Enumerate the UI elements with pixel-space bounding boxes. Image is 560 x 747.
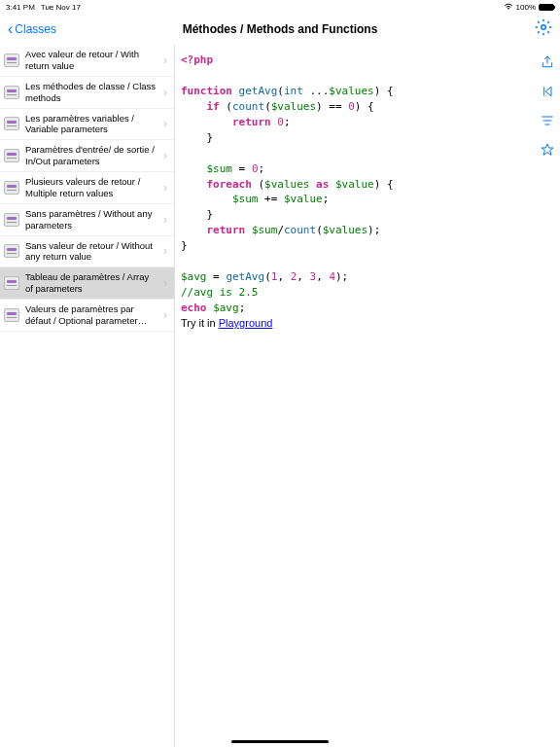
code-number: 0 — [277, 116, 284, 128]
sidebar-item-label: Plusieurs valeurs de retour / Multiple r… — [25, 176, 158, 199]
code-function: count — [232, 100, 264, 113]
chevron-right-icon: › — [163, 276, 167, 290]
code-var: $values — [323, 224, 368, 236]
code-keyword: return — [232, 116, 271, 128]
code-keyword: as — [316, 178, 329, 191]
settings-button[interactable] — [535, 22, 552, 39]
sidebar-item[interactable]: Sans valeur de retour / Without any retu… — [0, 236, 174, 268]
sidebar-item-label: Avec valeur de retour / With return valu… — [25, 49, 158, 72]
chevron-right-icon: › — [163, 117, 167, 130]
code-keyword: foreach — [207, 178, 252, 191]
code-keyword: function — [181, 85, 232, 97]
document-icon — [4, 308, 19, 322]
back-label: Classes — [15, 22, 56, 36]
code-var: $values — [264, 178, 309, 191]
sidebar-item-label: Les méthodes de classe / Class methods — [25, 81, 158, 104]
sidebar-item-label: Sans valeur de retour / Without any retu… — [25, 240, 158, 264]
battery-percent: 100% — [516, 3, 536, 12]
document-icon — [4, 53, 19, 67]
sidebar-item[interactable]: Tableau de paramètres / Array of paramet… — [0, 267, 174, 300]
chevron-right-icon: › — [163, 181, 167, 195]
chevron-right-icon: › — [163, 149, 167, 162]
chevron-right-icon: › — [163, 213, 167, 227]
sidebar-item[interactable]: Valeurs de paramètres par défaut / Optio… — [0, 300, 174, 332]
document-icon — [4, 244, 19, 258]
code-var: $sum — [252, 224, 278, 236]
sidebar-item[interactable]: Avec valeur de retour / With return valu… — [0, 45, 174, 77]
chevron-left-icon: ‹ — [8, 21, 13, 37]
code-comment: //avg is 2.5 — [181, 286, 258, 299]
code-number: 2 — [291, 270, 298, 283]
document-icon — [4, 213, 19, 227]
page-title: Méthodes / Methods and Functions — [183, 22, 378, 36]
skip-start-button[interactable] — [540, 84, 555, 99]
wifi-icon — [504, 2, 513, 12]
code-number: 4 — [329, 270, 335, 283]
sort-button[interactable] — [540, 113, 555, 128]
sidebar-item[interactable]: Les paramètres variables / Variable para… — [0, 109, 174, 141]
code-var: $sum — [207, 162, 233, 175]
sidebar-item-label: Les paramètres variables / Variable para… — [25, 113, 158, 136]
code-type: int — [284, 85, 303, 97]
document-icon — [4, 276, 19, 290]
sidebar-item-label: Sans paramètres / Without any parameters — [25, 208, 158, 231]
chevron-right-icon: › — [163, 244, 167, 258]
sidebar-item-label: Paramètres d'entrée/ de sortie / In/Out … — [25, 144, 158, 167]
code-function: count — [284, 224, 316, 236]
code-number: 1 — [271, 270, 278, 283]
code-function-name: getAvg — [226, 270, 264, 283]
code-number: 0 — [252, 162, 259, 175]
svg-point-0 — [508, 8, 509, 10]
code-var: $avg — [213, 302, 239, 314]
document-icon — [4, 149, 19, 162]
share-button[interactable] — [540, 54, 555, 70]
status-time: 3:41 PM — [6, 3, 35, 12]
home-indicator[interactable] — [231, 740, 329, 743]
right-toolbar — [535, 45, 560, 747]
code-keyword: echo — [181, 302, 207, 314]
document-icon — [4, 86, 19, 99]
code-var: $values — [271, 100, 316, 113]
sidebar-item[interactable]: Sans paramètres / Without any parameters… — [0, 204, 174, 236]
code-function-name: getAvg — [239, 85, 278, 97]
sidebar: Avec valeur de retour / With return valu… — [0, 45, 175, 747]
favorite-button[interactable] — [540, 142, 555, 158]
sidebar-item[interactable]: Les méthodes de classe / Class methods› — [0, 77, 174, 109]
code-var: $value — [335, 178, 374, 191]
code-viewer[interactable]: <?php function getAvg(int ...$values) { … — [175, 45, 535, 747]
code-number: 3 — [310, 270, 317, 283]
playground-link[interactable]: Playground — [219, 317, 273, 329]
navigation-bar: ‹ Classes Méthodes / Methods and Functio… — [0, 14, 560, 45]
status-date: Tue Nov 17 — [41, 3, 81, 12]
svg-point-1 — [542, 25, 546, 30]
sidebar-item[interactable]: Plusieurs valeurs de retour / Multiple r… — [0, 172, 174, 204]
code-keyword: if — [207, 100, 220, 113]
code-var: $value — [284, 193, 323, 205]
chevron-right-icon: › — [163, 308, 167, 322]
document-icon — [4, 117, 19, 130]
document-icon — [4, 181, 19, 195]
code-number: 0 — [348, 100, 355, 113]
sidebar-item-label: Valeurs de paramètres par défaut / Optio… — [25, 303, 158, 327]
code-token: <?php — [181, 53, 213, 66]
code-var: $values — [329, 85, 373, 97]
code-keyword: return — [207, 224, 246, 236]
sidebar-item-label: Tableau de paramètres / Array of paramet… — [25, 271, 158, 295]
chevron-right-icon: › — [163, 53, 167, 67]
sidebar-item[interactable]: Paramètres d'entrée/ de sortie / In/Out … — [0, 140, 174, 172]
back-button[interactable]: ‹ Classes — [8, 21, 56, 37]
chevron-right-icon: › — [163, 86, 167, 99]
code-var: $sum — [232, 193, 259, 205]
battery-icon — [539, 4, 554, 11]
try-it-text: Try it in — [181, 317, 219, 329]
status-bar: 3:41 PM Tue Nov 17 100% — [0, 0, 560, 14]
code-var: $avg — [181, 270, 207, 283]
